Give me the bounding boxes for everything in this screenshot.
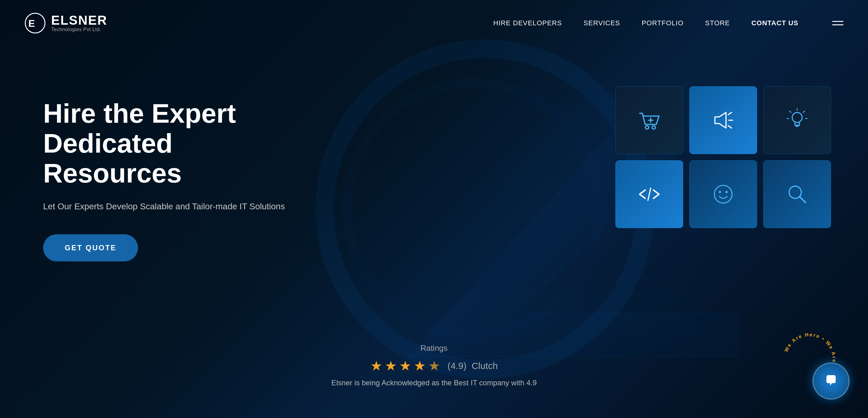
service-card-support[interactable]: [689, 160, 757, 228]
svg-line-22: [799, 197, 805, 203]
service-card-ideas[interactable]: [763, 86, 831, 154]
search-icon: [783, 180, 811, 208]
star-4: ★: [414, 358, 426, 374]
ratings-section: Ratings ★ ★ ★ ★ ★ (4.9) Clutch Elsner is…: [332, 344, 537, 387]
smiley-icon: [709, 180, 737, 208]
nav-services[interactable]: SERVICES: [583, 19, 620, 27]
svg-line-6: [728, 113, 732, 115]
star-3: ★: [399, 358, 411, 374]
svg-point-2: [645, 126, 649, 129]
hamburger-menu[interactable]: [832, 21, 843, 25]
hero-content: Hire the Expert Dedicated Resources Let …: [43, 99, 289, 261]
hamburger-line-1: [832, 21, 843, 22]
chat-icon: [823, 373, 839, 389]
svg-point-9: [792, 113, 802, 122]
logo-text: ELSNER Technologies Pvt Ltd.: [51, 14, 107, 32]
brand-name: ELSNER: [51, 14, 107, 27]
hero-section: E ELSNER Technologies Pvt Ltd. HIRE DEVE…: [0, 0, 868, 418]
logo-icon: E: [25, 12, 45, 34]
nav-hire-developers[interactable]: HIRE DEVELOPERS: [493, 19, 562, 27]
nav-store[interactable]: STORE: [705, 19, 730, 27]
hero-title: Hire the Expert Dedicated Resources: [43, 99, 289, 188]
nav-portfolio[interactable]: PORTFOLIO: [642, 19, 683, 27]
service-card-search[interactable]: [763, 160, 831, 228]
cart-icon: [636, 106, 663, 134]
svg-point-19: [719, 191, 721, 193]
chat-widget[interactable]: [812, 362, 849, 399]
svg-line-17: [648, 188, 651, 200]
svg-line-8: [728, 126, 732, 128]
lightbulb-icon: [783, 106, 811, 134]
nav-links: HIRE DEVELOPERS SERVICES PORTFOLIO STORE…: [493, 19, 843, 27]
svg-point-3: [652, 126, 655, 129]
nav-contact-us[interactable]: CONTACT US: [751, 19, 798, 27]
hero-subtitle: Let Our Experts Develop Scalable and Tai…: [43, 200, 289, 212]
star-1: ★: [370, 358, 382, 374]
stars-row: ★ ★ ★ ★ ★ (4.9) Clutch: [332, 358, 537, 374]
ratings-description: Elsner is being Acknowledged as the Best…: [332, 379, 537, 387]
svg-line-13: [803, 111, 805, 113]
get-quote-button[interactable]: GET QUOTE: [43, 234, 138, 261]
star-2: ★: [385, 358, 397, 374]
star-half: ★: [428, 358, 440, 374]
ratings-score: (4.9) Clutch: [447, 361, 498, 371]
service-card-ecommerce[interactable]: [615, 86, 683, 154]
code-icon: [636, 180, 663, 208]
megaphone-icon: [709, 106, 737, 134]
logo[interactable]: E ELSNER Technologies Pvt Ltd.: [25, 12, 107, 34]
svg-text:E: E: [28, 18, 35, 29]
brand-tagline: Technologies Pvt Ltd.: [51, 27, 107, 32]
svg-line-15: [790, 111, 791, 113]
service-card-marketing[interactable]: [689, 86, 757, 154]
hamburger-line-2: [832, 24, 843, 25]
ratings-label: Ratings: [332, 344, 537, 353]
service-card-development[interactable]: [615, 160, 683, 228]
svg-point-20: [726, 191, 727, 193]
svg-point-18: [714, 185, 732, 203]
navbar: E ELSNER Technologies Pvt Ltd. HIRE DEVE…: [0, 0, 868, 46]
service-cards-grid: [615, 86, 831, 228]
